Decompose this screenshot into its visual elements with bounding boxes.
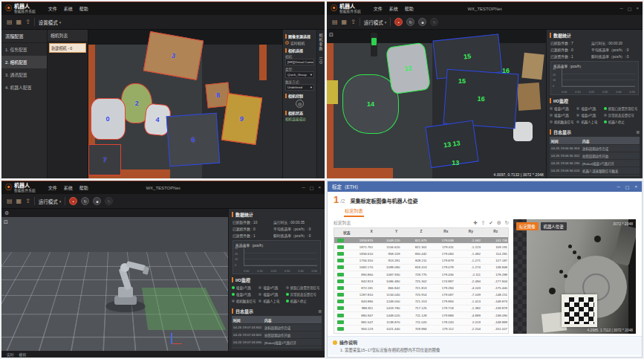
camera-view-runtime[interactable]: ⊡ 14 bbox=[327, 30, 546, 178]
camera-list-item[interactable]: 新建相机 - 0 bbox=[49, 43, 86, 53]
export-icon[interactable]: ⇪ bbox=[25, 19, 30, 25]
log-table[interactable]: 时间 内容 04-26 19:06:56.353 放料周期动作完成 04 bbox=[550, 137, 640, 176]
tab-calibration-list[interactable]: 标定列表 bbox=[344, 206, 364, 217]
io-label: 吸盘4气路 bbox=[263, 292, 278, 297]
open-folder-icon[interactable]: ▤ bbox=[7, 19, 13, 25]
live-camera-radio[interactable]: 实时相机 bbox=[285, 40, 314, 45]
open-folder-icon[interactable]: ▤ bbox=[332, 19, 338, 25]
log-menu-icon[interactable]: ≣ bbox=[636, 129, 640, 135]
vertical-tab[interactable]: 相机参数 bbox=[319, 33, 324, 51]
menu-item[interactable]: 文件 bbox=[48, 184, 57, 191]
pose-table-row[interactable]: 872.181 866.842 721.813 179.284 -4.243 -… bbox=[334, 284, 508, 291]
chevron-down-icon: ▾ bbox=[385, 20, 387, 25]
maximize-button[interactable]: ▢ bbox=[310, 185, 314, 190]
viewer-badge[interactable]: 机器人位姿 bbox=[541, 222, 567, 230]
sidebar-item[interactable]: 2. 相机配置 bbox=[1, 56, 47, 68]
reset-button[interactable]: ↻ bbox=[406, 18, 414, 26]
log-row[interactable]: 04-26 19:07:03.524 机器人减速跟随信号触发 bbox=[232, 346, 322, 349]
pose-table-row[interactable]: 1287.810 1134.040 725.914 179.087 -7.249… bbox=[334, 291, 508, 298]
save-icon[interactable]: ▦ bbox=[16, 198, 22, 204]
sidebar-item[interactable]: 3. 通讯配置 bbox=[1, 68, 47, 81]
menu-item[interactable]: 系统 bbox=[389, 5, 398, 12]
sidebar-item[interactable]: 1. 任务配置 bbox=[1, 43, 47, 56]
sidebar-item[interactable]: 4. 机器人配置 bbox=[1, 81, 47, 94]
calibration-tool-icon[interactable]: ✔ bbox=[489, 220, 492, 226]
refresh-button[interactable]: ↻ bbox=[105, 197, 113, 205]
pose-table-row[interactable]: 1756.310 913.281 828.211 179.879 -1.271 … bbox=[334, 257, 508, 264]
log-row[interactable]: 04-26 19:07:03.842 放料周期动作完成 bbox=[232, 324, 322, 331]
calibration-tool-icon[interactable]: ✚ bbox=[473, 220, 477, 226]
pose-table-row[interactable]: 890.860 1087.930 728.775 179.436 -2.111 … bbox=[334, 271, 508, 277]
robot-3d-viewport[interactable]: ⊡ bbox=[1, 217, 228, 351]
camera-view-config[interactable]: 3 8 2 0 bbox=[88, 30, 282, 178]
viewer-badge[interactable]: 标定图像 bbox=[516, 222, 539, 230]
field-dropdown[interactable]: Quick_Grasp▾ bbox=[285, 71, 314, 78]
pose-table-row[interactable]: 1871.761 1106.620 821.301 179.011 -1.223… bbox=[334, 243, 508, 250]
export-icon[interactable]: ⇪ bbox=[25, 198, 30, 204]
calibration-tool-icon[interactable]: ⚙ bbox=[497, 220, 501, 226]
fullscreen-icon[interactable]: ⊡ bbox=[4, 219, 8, 225]
save-icon[interactable]: ▦ bbox=[16, 19, 22, 25]
stop-button[interactable]: ■ bbox=[418, 18, 426, 26]
menu-item[interactable]: 系统 bbox=[64, 184, 73, 191]
run-button[interactable]: ▪ bbox=[69, 197, 77, 205]
field-dropdown[interactable]: [HK][Virtual Camera..]▾ bbox=[285, 59, 314, 65]
menu-item[interactable]: 帮助 bbox=[405, 5, 414, 12]
close-button[interactable]: × bbox=[634, 184, 637, 190]
log-row[interactable]: 04-26 19:07:03.690 [Robot]吸盘1气路打开 bbox=[232, 339, 322, 346]
close-button[interactable]: × bbox=[636, 6, 639, 11]
pose-table-row[interactable]: 1918.870 1049.220 821.875 179.038 -1.082… bbox=[334, 236, 508, 243]
log-row[interactable]: 04-26 19:06:55.887 [Robot]机械臂运动到放置点 bbox=[550, 175, 640, 176]
maximize-button[interactable]: ▢ bbox=[625, 184, 630, 190]
menu-item[interactable]: 系统 bbox=[64, 5, 73, 12]
menu-item[interactable]: 帮助 bbox=[79, 5, 88, 12]
minimize-button[interactable]: ─ bbox=[302, 185, 305, 190]
run-button[interactable]: ▪ bbox=[394, 18, 403, 26]
pose-table-row[interactable]: 905.123 1021.440 709.884 179.112 -2.204 … bbox=[334, 325, 508, 331]
calibration-image-viewer[interactable]: 标定图像机器人位姿 3072 * 2048 bbox=[513, 219, 636, 334]
calibration-tool-icon[interactable]: ↻ bbox=[505, 220, 509, 226]
field-dropdown[interactable]: Undefined▾ bbox=[285, 84, 314, 91]
pose-table-row[interactable]: 880.947 1448.020 711.128 179.888 -4.889 … bbox=[334, 311, 508, 318]
save-icon[interactable]: ▦ bbox=[342, 19, 348, 25]
open-folder-icon[interactable]: ▤ bbox=[7, 198, 13, 204]
menu-item[interactable]: 文件 bbox=[48, 5, 57, 12]
pose-table-row[interactable]: 988.811 1419.780 717.125 179.718 -1.382 … bbox=[334, 305, 508, 311]
pose-table-row[interactable]: 881.547 1138.870 711.020 178.243 2.019 -… bbox=[334, 318, 508, 325]
log-table[interactable]: 时间 内容 04-26 19:07:03.842 放料周期动作完成 04 bbox=[232, 316, 322, 349]
gear-icon[interactable]: ⚙ bbox=[4, 210, 9, 216]
status-ok-chip bbox=[337, 300, 344, 303]
capture-button[interactable]: ◎ bbox=[296, 100, 304, 108]
pose-table-row[interactable]: 1682.170 1098.080 818.413 179.078 -1.274… bbox=[334, 264, 508, 271]
note-title: 操作说明 bbox=[339, 339, 357, 346]
y-cell: 1248.050 bbox=[374, 299, 400, 305]
log-row[interactable]: 04-26 19:06:56.190 [Robot]吸盘1气路打开 bbox=[550, 160, 640, 166]
vertical-tab[interactable]: I/O bbox=[319, 57, 323, 65]
log-row[interactable]: 04-26 19:06:56.352 拍照周期动作开始 bbox=[550, 152, 640, 159]
calibration-tool-icon[interactable]: ⇪ bbox=[481, 220, 485, 226]
menu-item[interactable]: 帮助 bbox=[79, 184, 88, 191]
maximize-button[interactable]: ▢ bbox=[628, 6, 632, 11]
io-status-dot bbox=[576, 107, 579, 110]
menu-item[interactable]: 文件 bbox=[374, 5, 383, 12]
mode-dropdown[interactable]: 设置模式▾ bbox=[39, 19, 62, 26]
close-button[interactable]: × bbox=[318, 185, 321, 190]
export-icon[interactable]: ⇪ bbox=[351, 19, 356, 25]
ry-cell: -1.274 bbox=[455, 265, 481, 271]
pose-table-row[interactable]: 843.880 1248.050 721.313 179.894 -1.413 … bbox=[334, 298, 508, 305]
log-row[interactable]: 04-26 19:06:56.024 机器人减速跟随信号触发 bbox=[550, 167, 640, 174]
log-row[interactable]: 04-26 19:06:56.353 放料周期动作完成 bbox=[550, 145, 640, 152]
log-menu-icon[interactable]: ≣ bbox=[318, 308, 322, 314]
pose-table[interactable]: 状态XYZRxRyRz 1918.870 1049.220 821.875 17… bbox=[334, 227, 509, 334]
minimize-button[interactable]: ─ bbox=[620, 6, 623, 11]
mode-dropdown[interactable]: 运行模式▾ bbox=[39, 198, 62, 205]
pose-table-row[interactable]: 1836.610 958.209 830.442 179.084 -1.482 … bbox=[334, 250, 508, 256]
reset-button[interactable]: ↻ bbox=[81, 197, 89, 205]
mode-dropdown[interactable]: 运行模式▾ bbox=[364, 19, 387, 26]
log-row[interactable]: 04-26 19:07:03.841 拍照周期动作开始 bbox=[232, 331, 322, 338]
minimize-button[interactable]: ─ bbox=[617, 184, 620, 190]
pose-table-row[interactable]: 842.813 1086.480 725.302 174.887 -2.484 … bbox=[334, 277, 508, 284]
fullscreen-icon[interactable]: ⊡ bbox=[329, 32, 334, 38]
refresh-button[interactable]: ↻ bbox=[430, 18, 438, 26]
stop-button[interactable]: ■ bbox=[93, 197, 101, 205]
